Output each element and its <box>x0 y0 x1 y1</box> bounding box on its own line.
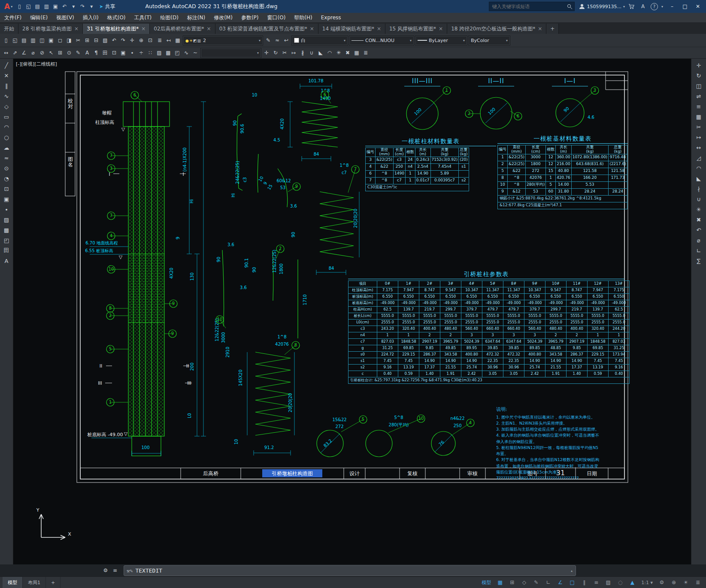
gradient-tool-icon[interactable]: ▩ <box>2 225 11 235</box>
line-tool-icon[interactable]: ╱ <box>2 60 11 70</box>
table-tool-icon[interactable]: 田 <box>101 48 109 57</box>
text-style-select[interactable]: ▾ <box>200 48 261 58</box>
insert-block-tool-icon[interactable]: ⊡ <box>2 184 11 193</box>
rotate-icon[interactable]: ↻ <box>271 48 280 57</box>
revcloud-tool-icon[interactable]: ☁ <box>2 143 11 152</box>
paste-icon[interactable]: ⊟ <box>92 36 100 45</box>
redo-icon[interactable]: ↷ <box>78 2 87 11</box>
menu-item[interactable]: 视图(V) <box>52 13 79 22</box>
plot-icon[interactable]: ▣ <box>51 2 60 11</box>
stretch-mod-icon[interactable]: ↔ <box>694 143 703 152</box>
app-menu-button[interactable]: A ▾ <box>2 2 15 11</box>
workspace-switching-icon[interactable]: ⚙ <box>656 578 667 587</box>
dynamic-input-icon[interactable]: ✎ <box>530 578 542 587</box>
search-box[interactable] <box>489 2 575 11</box>
move-mod-icon[interactable]: ✛ <box>694 60 703 70</box>
menu-item[interactable]: 绘图(D) <box>156 13 183 22</box>
color-select[interactable]: 白 ▾ <box>291 36 348 45</box>
divide-icon[interactable]: ÷ <box>137 48 145 57</box>
hatch-tool-icon[interactable]: ▨ <box>2 215 11 224</box>
command-text[interactable]: TEXTEDIT <box>135 567 162 574</box>
layer-walk-icon[interactable]: ≈ <box>273 36 282 45</box>
grid-icon[interactable]: ▦ <box>494 578 506 587</box>
trim-mod-icon[interactable]: ✂ <box>694 122 703 132</box>
open-icon[interactable]: ◱ <box>24 2 33 11</box>
menu-item[interactable]: 标注(N) <box>183 13 209 22</box>
copy-clip-icon[interactable]: ⊞ <box>83 36 91 45</box>
annotation-scale-button[interactable]: 1:1 ▾ <box>639 578 655 587</box>
single-text-icon[interactable]: A <box>83 48 91 57</box>
new-layout-button[interactable]: + <box>46 577 61 588</box>
command-line[interactable]: ⚒✎ TEXTEDIT ▴ <box>124 565 576 576</box>
create-block-icon[interactable]: ▣ <box>119 48 127 57</box>
join-mod-icon[interactable]: ∪ <box>694 194 703 204</box>
redo-caret-icon[interactable]: ▾ <box>87 2 96 11</box>
file-tab[interactable]: 14 端横梁钢筋布置图*× <box>318 24 385 34</box>
menu-item[interactable]: 修改(M) <box>209 13 237 22</box>
scale-mod-icon[interactable]: ◿ <box>694 153 703 163</box>
open-file-icon[interactable]: ◱ <box>11 36 19 45</box>
customize-command-icon[interactable]: ⚙ <box>101 566 110 575</box>
minimize-button[interactable]: – <box>666 1 679 12</box>
array-mod-icon[interactable]: ▦ <box>694 112 703 121</box>
trim-icon[interactable]: ✂ <box>280 48 289 57</box>
close-button[interactable]: ✕ <box>691 1 704 12</box>
file-tab[interactable]: 18 跨径20m空心板边板一般构造图*× <box>447 24 546 34</box>
center-mark-icon[interactable]: ⊙ <box>65 48 73 57</box>
redo-tool-icon[interactable]: ↷ <box>119 36 127 45</box>
move-icon[interactable]: ✛ <box>262 48 271 57</box>
dim-aligned-icon[interactable]: ⇗ <box>11 48 19 57</box>
explode-mod-icon[interactable]: ✳ <box>694 205 703 214</box>
annotation-monitor-icon[interactable]: ⊕ <box>668 578 679 587</box>
autodesk-app-icon[interactable]: A <box>639 2 647 11</box>
new-icon[interactable]: ▯ <box>15 2 24 11</box>
mirror-mod-icon[interactable]: ⇌ <box>694 91 703 101</box>
explode-icon[interactable]: ✳ <box>334 48 343 57</box>
tab-close-icon[interactable]: × <box>74 26 79 32</box>
menu-item[interactable]: 文件(F) <box>0 13 26 22</box>
tab-close-icon[interactable]: × <box>141 26 145 32</box>
qnew-icon[interactable]: ▯ <box>2 36 10 45</box>
xline-tool-icon[interactable]: ✕ <box>2 71 11 80</box>
dim-linear-icon[interactable]: ↔ <box>2 48 10 57</box>
pedit-icon[interactable]: ∿ <box>182 48 191 57</box>
plotstyle-select[interactable]: ByColor ▾ <box>468 36 510 45</box>
publish-icon[interactable]: ◨ <box>65 36 73 45</box>
account-button[interactable]: 1505999135... ▾ <box>579 3 625 9</box>
dim-radius-icon[interactable]: ⌀ <box>29 48 37 57</box>
break-mod-icon[interactable]: ∤ <box>694 184 703 193</box>
copy-mod-icon[interactable]: ◫ <box>694 81 703 90</box>
undo-tool-icon[interactable]: ↶ <box>110 36 118 45</box>
layout-tab[interactable]: 模型 <box>3 577 23 588</box>
plot-button-icon[interactable]: ▣ <box>47 36 55 45</box>
xref-icon[interactable]: ◫ <box>38 36 46 45</box>
isolate-objects-icon[interactable]: ☀ <box>680 578 691 587</box>
infer-constraints-icon[interactable]: ◇ <box>518 578 530 587</box>
menu-item[interactable]: 插入(I) <box>79 13 103 22</box>
join-icon[interactable]: ∪ <box>307 48 316 57</box>
menu-item[interactable]: 窗口(O) <box>263 13 290 22</box>
cart-icon[interactable] <box>628 3 635 9</box>
file-tab[interactable]: 15 风撑钢筋布置图*× <box>385 24 447 34</box>
zoom-realtime-icon[interactable]: ⊕ <box>137 36 145 45</box>
arc-tool-icon[interactable]: ◠ <box>2 122 11 132</box>
selection-cycling-icon[interactable]: ◌ <box>615 578 626 587</box>
chamfer-icon[interactable]: ◣ <box>316 48 325 57</box>
file-tab[interactable]: 28 引桥墩盖梁构造图× <box>18 24 83 34</box>
spline-edit-icon[interactable]: ~ <box>191 48 200 57</box>
undo-caret-icon[interactable]: ▾ <box>69 2 78 11</box>
point-tool-icon[interactable]: ∙ <box>2 205 11 214</box>
recent-commands-icon[interactable]: ≡ <box>111 566 119 575</box>
model-space-canvas[interactable]: [-][俯视][二维线框] <box>13 59 691 564</box>
help-icon[interactable]: ? <box>651 3 658 10</box>
annotation-visibility-icon[interactable]: ▲ <box>627 578 638 587</box>
lineweight-display-icon[interactable]: ≡ <box>591 578 602 587</box>
rotate-mod-icon[interactable]: ↻ <box>694 71 703 80</box>
fillet-icon[interactable]: ◠ <box>325 48 334 57</box>
file-tab[interactable]: 31 引桥墩桩柱构造图*× <box>83 24 150 34</box>
fillet-mod-icon[interactable]: ◠ <box>694 163 703 173</box>
dim-diameter-icon[interactable]: ⊘ <box>38 48 46 57</box>
cut-icon[interactable]: ✂ <box>74 36 82 45</box>
tab-close-icon[interactable]: × <box>377 26 381 32</box>
search-input[interactable] <box>491 3 567 10</box>
